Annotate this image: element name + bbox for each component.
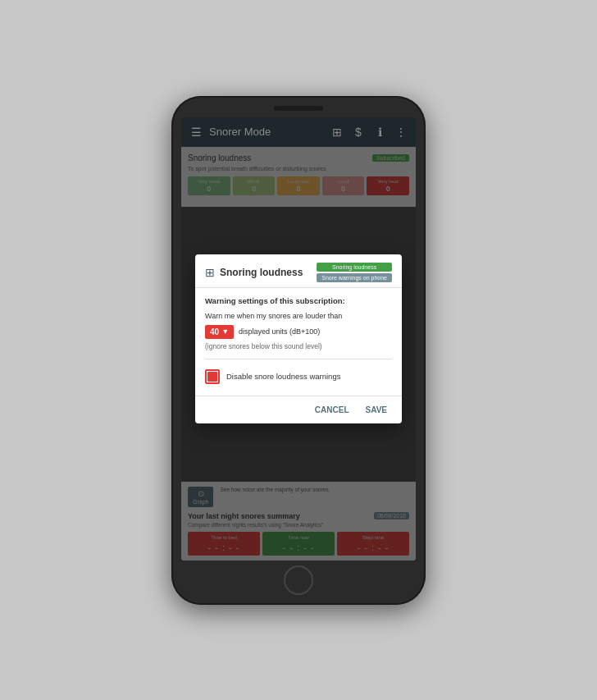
checkbox-label: Disable snore loudness warnings: [226, 372, 340, 381]
warn-inline-row: 40 ▼ displayed units (dB+100): [205, 325, 392, 339]
phone-screen: ☰ Snorer Mode ⊞ $ ℹ ⋮ Snoring loudness S…: [181, 117, 416, 560]
warning-settings-label: Warning settings of this subscription:: [205, 296, 392, 305]
divider: [205, 359, 392, 359]
dialog-body: Warning settings of this subscription: W…: [195, 288, 402, 396]
dialog: ⊞ Snoring loudness Snoring loudness Snor…: [195, 254, 402, 423]
checkbox-inner: [207, 372, 217, 382]
dialog-header: ⊞ Snoring loudness Snoring loudness Snor…: [195, 254, 402, 288]
phone-frame: ☰ Snorer Mode ⊞ $ ℹ ⋮ Snoring loudness S…: [171, 96, 426, 605]
checkbox-row[interactable]: Disable snore loudness warnings: [205, 366, 392, 387]
dialog-filter-icon: ⊞: [205, 266, 215, 279]
dialog-overlay: ⊞ Snoring loudness Snoring loudness Snor…: [181, 117, 416, 560]
tab-snore-warnings[interactable]: Snore warnings on phone: [317, 273, 392, 282]
warn-unit: displayed units (dB+100): [239, 327, 320, 336]
dropdown-value: 40: [210, 327, 219, 336]
phone-speaker: [274, 106, 323, 111]
dropdown-arrow-icon: ▼: [221, 327, 229, 336]
warn-text: Warn me when my snores are louder than: [205, 312, 392, 320]
home-button[interactable]: [284, 565, 313, 595]
warn-ignore: (ignore snores below this sound level): [205, 342, 392, 350]
tab-snoring-loudness[interactable]: Snoring loudness: [317, 263, 392, 272]
cancel-button[interactable]: CANCEL: [310, 403, 354, 417]
save-button[interactable]: SAVE: [361, 403, 393, 417]
dropdown-button[interactable]: 40 ▼: [205, 325, 234, 339]
dialog-tabs: Snoring loudness Snore warnings on phone: [317, 263, 392, 282]
checkbox[interactable]: [205, 369, 220, 384]
dialog-actions: CANCEL SAVE: [195, 396, 402, 423]
dialog-title: Snoring loudness: [220, 267, 312, 278]
